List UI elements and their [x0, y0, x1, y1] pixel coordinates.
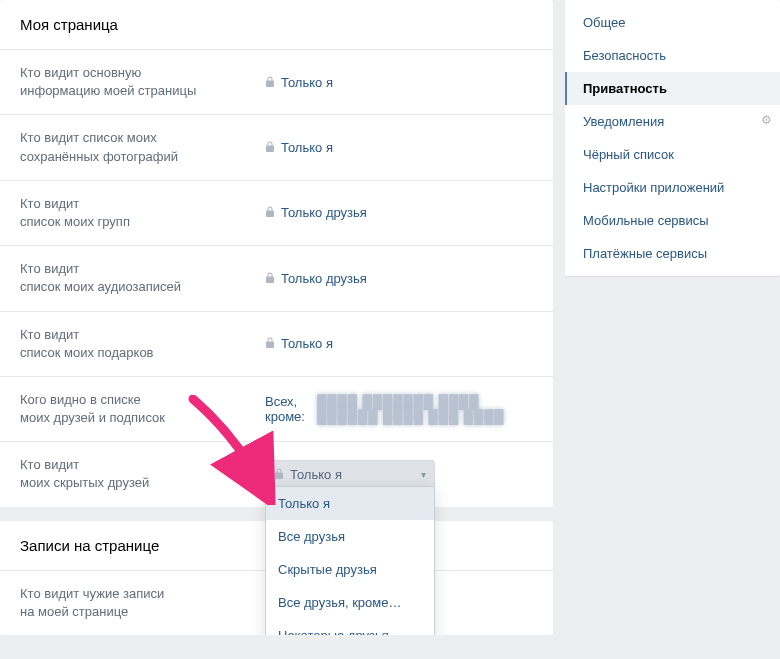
lock-icon — [265, 140, 275, 155]
privacy-row[interactable]: Кто видитсписок моих подарковТолько я — [0, 312, 553, 377]
row-value[interactable]: Только друзья — [265, 195, 533, 231]
section-title-my-page: Моя страница — [0, 0, 553, 50]
row-value[interactable]: Только я — [265, 326, 533, 362]
privacy-row[interactable]: Кто видитмоих скрытых друзейТолько я▾Тол… — [0, 442, 553, 506]
row-label: Кто видит основнуюинформацию моей страни… — [20, 64, 265, 100]
redacted-names: ████ ███████ ████ ██████ ████ ███ ████ — [317, 394, 533, 424]
dropdown-selected: Только я — [290, 467, 342, 482]
row-label: Кто видит чужие записина моей странице — [20, 585, 265, 621]
sidebar-item[interactable]: Безопасность — [565, 39, 780, 72]
row-value[interactable]: Всех, кроме: ████ ███████ ████ ██████ ██… — [265, 391, 533, 427]
privacy-row[interactable]: Кого видно в спискемоих друзей и подписо… — [0, 377, 553, 442]
dropdown-option[interactable]: Все друзья — [266, 520, 434, 553]
dropdown-option[interactable]: Все друзья, кроме… — [266, 586, 434, 619]
row-label: Кто видитсписок моих аудиозаписей — [20, 260, 265, 296]
row-label: Кто видитмоих скрытых друзей — [20, 456, 265, 492]
dropdown-menu: Только яВсе друзьяСкрытые друзьяВсе друз… — [265, 486, 435, 635]
row-label: Кого видно в спискемоих друзей и подписо… — [20, 391, 265, 427]
dropdown-button[interactable]: Только я▾ — [265, 460, 435, 489]
sidebar-item[interactable]: Платёжные сервисы — [565, 237, 780, 270]
row-value[interactable]: Только я▾Только яВсе друзьяСкрытые друзь… — [265, 456, 533, 492]
lock-icon — [265, 271, 275, 286]
dropdown-option[interactable]: Некоторые друзья — [266, 619, 434, 635]
chevron-down-icon: ▾ — [421, 469, 426, 480]
privacy-row[interactable]: Кто видитсписок моих группТолько друзья — [0, 181, 553, 246]
row-label: Кто видитсписок моих групп — [20, 195, 265, 231]
settings-sidebar: ОбщееБезопасностьПриватностьУведомления⚙… — [565, 0, 780, 276]
dropdown-option[interactable]: Скрытые друзья — [266, 553, 434, 586]
sidebar-item[interactable]: Приватность — [565, 72, 780, 105]
row-value[interactable]: Только я — [265, 129, 533, 165]
row-value[interactable]: Только друзья — [265, 260, 533, 296]
privacy-row[interactable]: Кто видит список моихсохранённых фотогра… — [0, 115, 553, 180]
row-label: Кто видитсписок моих подарков — [20, 326, 265, 362]
sidebar-item[interactable]: Чёрный список — [565, 138, 780, 171]
dropdown-option[interactable]: Только я — [266, 487, 434, 520]
row-value-text: Только друзья — [281, 271, 367, 286]
row-value-text: Только я — [281, 336, 333, 351]
sidebar-item[interactable]: Общее — [565, 6, 780, 39]
sidebar-item[interactable]: Настройки приложений — [565, 171, 780, 204]
row-value-text: Только я — [281, 140, 333, 155]
row-value-text: Всех, кроме: — [265, 394, 311, 424]
row-value-text: Только друзья — [281, 205, 367, 220]
row-label: Кто видит список моихсохранённых фотогра… — [20, 129, 265, 165]
privacy-row[interactable]: Кто видитсписок моих аудиозаписейТолько … — [0, 246, 553, 311]
lock-icon — [265, 336, 275, 351]
gear-icon[interactable]: ⚙ — [761, 113, 772, 127]
row-value-text: Только я — [281, 75, 333, 90]
lock-icon — [265, 205, 275, 220]
row-value[interactable]: Только я — [265, 64, 533, 100]
lock-icon — [274, 467, 284, 482]
privacy-row[interactable]: Кто видит основнуюинформацию моей страни… — [0, 50, 553, 115]
sidebar-item[interactable]: Мобильные сервисы — [565, 204, 780, 237]
sidebar-item[interactable]: Уведомления⚙ — [565, 105, 780, 138]
lock-icon — [265, 75, 275, 90]
main-panel: Моя страница Кто видит основнуюинформаци… — [0, 0, 553, 635]
